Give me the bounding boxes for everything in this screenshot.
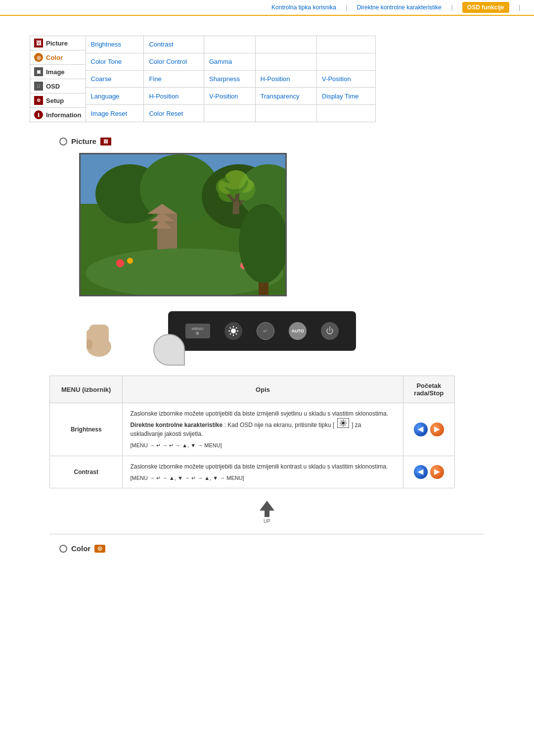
svg-line-28 xyxy=(230,333,231,334)
up-arrow-nav[interactable]: UP UP xyxy=(30,498,504,524)
cell-empty-5 xyxy=(317,53,376,70)
contrast-label: Contrast xyxy=(50,456,123,488)
cell-h-position-2[interactable]: H-Position xyxy=(144,88,204,105)
cell-v-position-2[interactable]: V-Position xyxy=(204,88,256,105)
color-circle-icon xyxy=(59,545,67,553)
cell-empty-7 xyxy=(255,105,317,122)
color-title: Color xyxy=(71,544,90,553)
contrast-buttons: ◀ ▶ xyxy=(411,465,447,479)
menu-item-setup[interactable]: ⚙ Setup xyxy=(30,94,86,108)
brightness-icon-ref xyxy=(337,418,349,428)
cell-contrast[interactable]: Contrast xyxy=(144,36,204,53)
image-icon: ▣ xyxy=(34,67,43,76)
table-header-menu: MENU (izbornik) xyxy=(50,376,123,403)
svg-point-12 xyxy=(127,258,133,264)
cell-color-reset[interactable]: Color Reset xyxy=(144,105,204,122)
table-row-brightness: Brightness Zaslonske izbornike možete up… xyxy=(50,403,455,456)
cell-empty-3 xyxy=(317,36,376,53)
main-content: 🖼 Picture ◎ Color ▣ Image □ xyxy=(0,16,534,570)
cell-h-position[interactable]: H-Position xyxy=(255,70,317,88)
menu-label-picture: Picture xyxy=(46,40,68,47)
brightness-control[interactable]: ◀ ▶ xyxy=(403,403,454,456)
menu-label-setup: Setup xyxy=(46,97,64,104)
table-header-desc: Opis xyxy=(123,376,403,403)
svg-line-26 xyxy=(236,333,237,334)
rc-menu-button[interactable]: MENU⊞ xyxy=(185,324,210,338)
menu-item-information[interactable]: ℹ Information xyxy=(30,108,86,122)
menu-item-osd[interactable]: □ OSD xyxy=(30,79,86,94)
rc-brightness-button[interactable] xyxy=(224,322,242,340)
contrast-increase-btn[interactable]: ▶ xyxy=(430,465,444,479)
nav-link-1[interactable]: Kontrolna tipka korisnika xyxy=(271,4,336,11)
menu-label-image: Image xyxy=(46,68,65,76)
brightness-buttons: ◀ ▶ xyxy=(411,423,447,436)
brightness-desc-text: Zaslonske izbornike možete upotrijebiti … xyxy=(130,410,388,417)
cell-sharpness[interactable]: Sharpness xyxy=(204,70,256,88)
cell-color-tone[interactable]: Color Tone xyxy=(86,53,144,70)
up-arrow-icon: UP xyxy=(257,498,277,518)
cell-gamma[interactable]: Gamma xyxy=(204,53,256,70)
top-navigation: Kontrolna tipka korisnika | Direktne kon… xyxy=(0,0,534,16)
color-icon: ◎ xyxy=(34,53,43,62)
cell-transparency[interactable]: Transparency xyxy=(255,88,317,105)
brightness-decrease-btn[interactable]: ◀ xyxy=(414,423,428,436)
remote-control: MENU⊞ ↵ AUTO ⏻ xyxy=(168,311,356,351)
separator-2: | xyxy=(451,4,452,11)
cell-language[interactable]: Language xyxy=(86,88,144,105)
separator-1: | xyxy=(346,4,347,11)
cell-fine[interactable]: Fine xyxy=(144,70,204,88)
menu-item-image[interactable]: ▣ Image xyxy=(30,65,86,79)
color-small-icon: ◎ xyxy=(94,545,105,553)
color-section-header: Color ◎ xyxy=(59,544,504,553)
cell-brightness[interactable]: Brightness xyxy=(86,36,144,53)
svg-rect-19 xyxy=(87,339,92,349)
picture-circle-icon xyxy=(59,138,67,145)
cell-empty-4 xyxy=(255,53,317,70)
cell-coarse[interactable]: Coarse xyxy=(86,70,144,88)
information-icon: ℹ xyxy=(34,110,43,119)
separator-3: | xyxy=(519,4,520,11)
contrast-desc-text: Zaslonske izbornike možete upotrijebiti … xyxy=(130,463,388,470)
brightness-bold-text: Direktne kontrolne karakteristike xyxy=(130,422,222,428)
menu-item-color[interactable]: ◎ Color xyxy=(30,50,86,65)
rc-power-button[interactable]: ⏻ xyxy=(321,322,339,340)
picture-icon: 🖼 xyxy=(34,39,43,47)
svg-line-36 xyxy=(345,421,346,422)
svg-point-11 xyxy=(116,259,124,267)
hand-pointer xyxy=(79,310,119,361)
rc-enter-button[interactable]: ↵ xyxy=(257,322,274,340)
rc-auto-button[interactable]: AUTO xyxy=(289,322,307,340)
cell-empty-1 xyxy=(204,36,256,53)
contrast-control[interactable]: ◀ ▶ xyxy=(403,456,454,488)
cell-empty-2 xyxy=(255,36,317,53)
cell-image-reset[interactable]: Image Reset xyxy=(86,105,144,122)
function-table: MENU (izbornik) Opis Početak rada/Stop B… xyxy=(49,376,455,488)
brightness-increase-btn[interactable]: ▶ xyxy=(430,423,444,436)
svg-marker-38 xyxy=(260,501,274,517)
table-header-control: Početak rada/Stop xyxy=(403,376,454,403)
menu-item-picture[interactable]: 🖼 Picture xyxy=(30,36,86,50)
picture-section-header: Picture 🖼 xyxy=(59,137,504,145)
sun-icon-inline xyxy=(339,419,347,427)
cell-v-position[interactable]: V-Position xyxy=(317,70,376,88)
menu-label-osd: OSD xyxy=(46,83,60,90)
svg-line-35 xyxy=(345,425,346,425)
svg-point-20 xyxy=(231,329,236,333)
monitor-image xyxy=(79,153,287,296)
svg-point-29 xyxy=(342,422,345,425)
cell-empty-8 xyxy=(317,105,376,122)
remote-control-area: MENU⊞ ↵ AUTO ⏻ xyxy=(79,306,504,361)
navigation-table: 🖼 Picture ◎ Color ▣ Image □ xyxy=(30,36,376,122)
contrast-decrease-btn[interactable]: ◀ xyxy=(414,465,428,479)
setup-icon: ⚙ xyxy=(34,96,43,105)
nav-link-2[interactable]: Direktne kontrolne karakteristike xyxy=(357,4,442,11)
cell-color-control[interactable]: Color Control xyxy=(144,53,204,70)
menu-label-color: Color xyxy=(46,54,63,61)
nav-active-tab[interactable]: OSD funkcije xyxy=(462,2,509,13)
cell-display-time[interactable]: Display Time xyxy=(317,88,376,105)
cell-empty-6 xyxy=(204,105,256,122)
svg-point-15 xyxy=(239,204,287,283)
svg-line-25 xyxy=(230,328,231,329)
osd-icon: □ xyxy=(34,82,43,91)
svg-line-27 xyxy=(236,328,237,329)
